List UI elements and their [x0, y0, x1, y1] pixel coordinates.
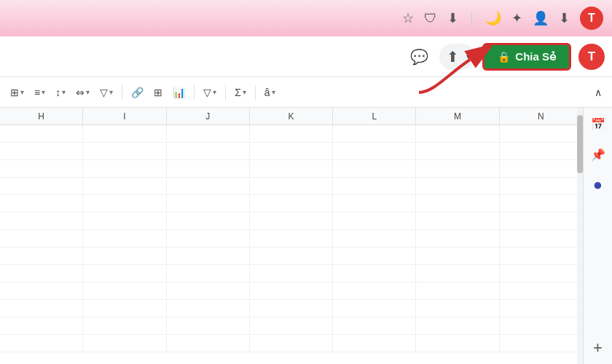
cell[interactable] [333, 125, 416, 142]
cell[interactable] [500, 178, 583, 194]
cell[interactable] [250, 335, 333, 352]
cell[interactable] [83, 178, 166, 194]
cell[interactable] [500, 230, 583, 247]
cell[interactable] [167, 335, 250, 352]
cell[interactable] [167, 248, 250, 264]
cell[interactable] [416, 160, 499, 177]
cell[interactable] [500, 335, 583, 352]
cell[interactable] [0, 143, 83, 159]
cell[interactable] [500, 282, 583, 299]
align-button[interactable]: ≡ ▾ [30, 84, 50, 101]
cell[interactable] [83, 213, 166, 229]
upload-dropdown-button[interactable]: ▾ [466, 47, 475, 66]
cell[interactable] [167, 213, 250, 229]
upload-main-button[interactable]: ⬆ [439, 44, 466, 70]
cell[interactable] [416, 265, 499, 282]
cell[interactable] [416, 282, 499, 299]
cell[interactable] [500, 195, 583, 212]
table-row[interactable] [0, 143, 583, 160]
cell[interactable] [167, 195, 250, 212]
cell[interactable] [83, 282, 166, 299]
table-row[interactable] [0, 248, 583, 265]
cell[interactable] [333, 213, 416, 229]
cell[interactable] [167, 265, 250, 282]
cell[interactable] [83, 143, 166, 159]
col-width-button[interactable]: ⇔ ▾ [71, 84, 94, 101]
cell[interactable] [500, 125, 583, 142]
cell[interactable] [83, 300, 166, 317]
cell[interactable] [250, 143, 333, 159]
scrollbar-thumb[interactable] [577, 115, 583, 173]
insert-table-button[interactable]: ⊞ [149, 84, 167, 101]
cell[interactable] [333, 178, 416, 194]
cell[interactable] [83, 230, 166, 247]
cell[interactable] [0, 317, 83, 334]
cell[interactable] [83, 335, 166, 352]
cell[interactable] [333, 195, 416, 212]
cell[interactable] [500, 265, 583, 282]
cell[interactable] [83, 265, 166, 282]
cell[interactable] [416, 178, 499, 194]
cell[interactable] [333, 335, 416, 352]
cell[interactable] [250, 213, 333, 229]
cell[interactable] [250, 195, 333, 212]
comments-button[interactable]: 💬 [406, 44, 432, 70]
table-row[interactable] [0, 317, 583, 335]
download-icon[interactable]: ⬇ [447, 10, 458, 26]
cell[interactable] [416, 317, 499, 334]
cell[interactable] [333, 300, 416, 317]
cell[interactable] [0, 265, 83, 282]
table-row[interactable] [0, 195, 583, 213]
cell[interactable] [83, 317, 166, 334]
format-button[interactable]: â ▾ [260, 84, 280, 101]
row-height-button[interactable]: ↕ ▾ [51, 84, 70, 101]
calendar-sidebar-icon[interactable]: 📅 [588, 114, 608, 134]
table-row[interactable] [0, 335, 583, 352]
cell[interactable] [167, 282, 250, 299]
cell[interactable] [500, 317, 583, 334]
cell[interactable] [500, 248, 583, 264]
vertical-scrollbar[interactable] [577, 108, 583, 364]
cell[interactable] [167, 125, 250, 142]
table-row[interactable] [0, 160, 583, 178]
cell[interactable] [167, 178, 250, 194]
star2-icon[interactable]: ✦ [511, 10, 522, 26]
cell[interactable] [416, 248, 499, 264]
cell[interactable] [83, 248, 166, 264]
cell[interactable] [0, 213, 83, 229]
cell[interactable] [500, 300, 583, 317]
cell[interactable] [0, 195, 83, 212]
cell[interactable] [333, 265, 416, 282]
cell[interactable] [0, 335, 83, 352]
cell[interactable] [0, 230, 83, 247]
cell[interactable] [250, 160, 333, 177]
tasks-sidebar-icon[interactable]: ● [588, 175, 608, 195]
table-row[interactable] [0, 230, 583, 248]
account-icon[interactable]: 👤 [533, 10, 549, 26]
add-sidebar-icon[interactable]: + [588, 338, 608, 358]
cell[interactable] [500, 143, 583, 159]
cell[interactable] [167, 143, 250, 159]
collapse-button[interactable]: ∧ [590, 84, 606, 101]
moon-icon[interactable]: 🌙 [485, 10, 501, 26]
cell[interactable] [500, 160, 583, 177]
cell[interactable] [250, 230, 333, 247]
user-avatar[interactable]: T [578, 44, 605, 70]
cell[interactable] [250, 265, 333, 282]
cell[interactable] [250, 248, 333, 264]
cell[interactable] [416, 335, 499, 352]
sigma-button[interactable]: Σ ▾ [230, 84, 251, 101]
cell[interactable] [167, 300, 250, 317]
chart-button[interactable]: 📊 [168, 84, 189, 101]
download2-icon[interactable]: ⬇ [559, 10, 570, 26]
table-row[interactable] [0, 300, 583, 317]
cell[interactable] [83, 160, 166, 177]
cell[interactable] [0, 125, 83, 142]
cell[interactable] [0, 248, 83, 264]
cell[interactable] [333, 248, 416, 264]
grid-button[interactable]: ⊞ ▾ [6, 84, 28, 101]
table-row[interactable] [0, 282, 583, 300]
keep-sidebar-icon[interactable]: 📌 [588, 144, 608, 165]
link-button[interactable]: 🔗 [127, 84, 148, 101]
filter-button[interactable]: ▽ ▾ [199, 84, 221, 101]
